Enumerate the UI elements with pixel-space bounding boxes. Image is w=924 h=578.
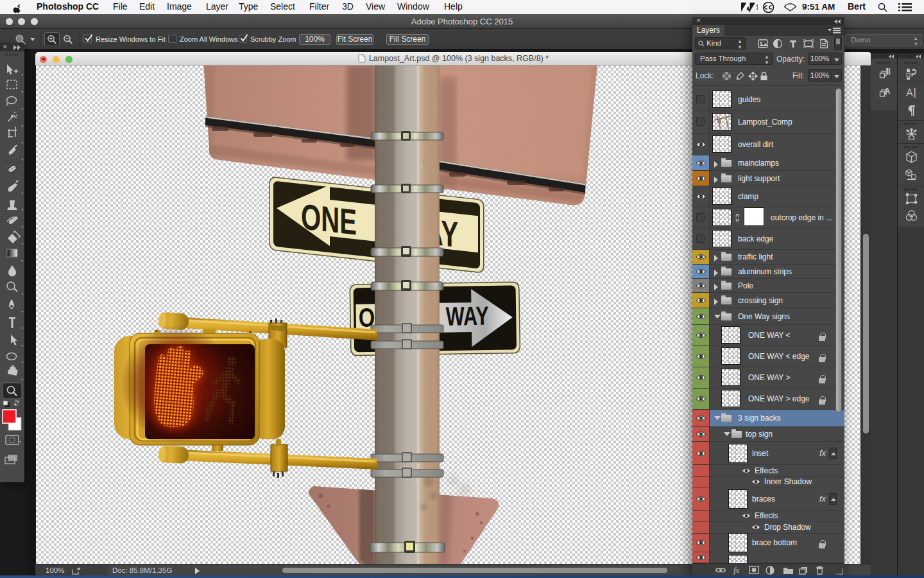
svg-text:1: 1 [756,4,758,11]
svg-text:A: A [906,87,913,98]
svg-text:WAY: WAY [445,301,489,331]
svg-text:ONE: ONE [301,196,357,242]
